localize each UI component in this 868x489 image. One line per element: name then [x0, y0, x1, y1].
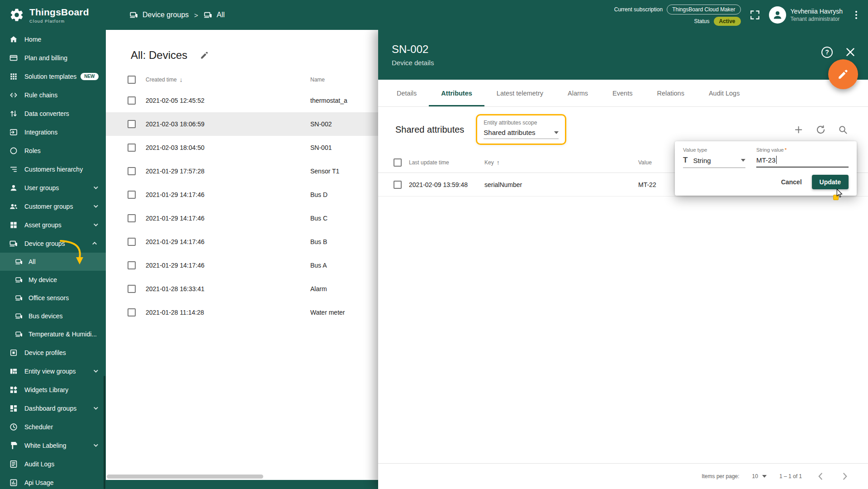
table-row[interactable]: 2021-02-05 12:45:52 thermostat_a — [106, 89, 378, 112]
fullscreen-button[interactable] — [749, 9, 761, 21]
sidebar-scrollbar[interactable] — [104, 376, 105, 489]
table-row[interactable]: 2021-02-03 18:04:50 SN-001 — [106, 136, 378, 159]
row-checkbox[interactable] — [128, 167, 136, 175]
column-created-time[interactable]: Created time — [146, 77, 177, 83]
sidebar-item-user-groups[interactable]: User groups — [0, 178, 106, 197]
previous-page-button[interactable] — [815, 470, 826, 482]
sidebar-item-roles[interactable]: Roles — [0, 141, 106, 160]
subscription-chip[interactable]: ThingsBoard Cloud Maker — [667, 5, 740, 14]
sidebar-item-solution-templates[interactable]: Solution templates NEW — [0, 67, 106, 86]
column-value[interactable]: Value — [638, 159, 652, 166]
sidebar-item-label: Office sensors — [28, 294, 69, 302]
table-row[interactable]: 2021-01-29 14:17:46 Bus A — [106, 254, 378, 277]
breadcrumb-label: Device groups — [142, 11, 189, 19]
table-row[interactable]: 2021-01-29 17:57:28 Sensor T1 — [106, 159, 378, 183]
sort-desc-icon[interactable]: ↓ — [180, 76, 183, 83]
row-checkbox[interactable] — [128, 214, 136, 222]
tab-latest-telemetry[interactable]: Latest telemetry — [484, 80, 555, 106]
sidebar-item-scheduler[interactable]: Scheduler — [0, 417, 106, 436]
sidebar-item-widgets-library[interactable]: Widgets Library — [0, 380, 106, 399]
tab-audit-logs[interactable]: Audit Logs — [697, 80, 752, 106]
sidebar-item-entity-view-groups[interactable]: Entity view groups — [0, 362, 106, 380]
rule-chains-icon — [9, 91, 18, 100]
table-row[interactable]: 2021-01-29 14:17:46 Bus C — [106, 206, 378, 230]
sidebar-item-asset-groups[interactable]: Asset groups — [0, 216, 106, 234]
table-row[interactable]: 2021-01-29 14:17:46 Bus D — [106, 183, 378, 206]
string-value-input[interactable]: MT-23 — [756, 156, 776, 164]
sort-asc-icon[interactable]: ↑ — [497, 159, 500, 166]
sidebar-subitem-office-sensors[interactable]: Office sensors — [0, 289, 106, 307]
sidebar-subitem-bus-devices[interactable]: Bus devices — [0, 307, 106, 325]
sidebar-item-home[interactable]: Home — [0, 30, 106, 48]
row-checkbox[interactable] — [128, 191, 136, 199]
column-name[interactable]: Name — [310, 77, 325, 83]
scrollbar-thumb[interactable] — [107, 475, 263, 479]
tab-relations[interactable]: Relations — [645, 80, 696, 106]
user-menu[interactable]: Yevheniia Havrysh Tenant administrator — [769, 6, 843, 24]
sidebar-subitem-temperature-humidity[interactable]: Temperature & Humidi... — [0, 325, 106, 343]
items-per-page-select[interactable]: 10 — [752, 473, 767, 479]
sidebar-item-rule-chains[interactable]: Rule chains — [0, 86, 106, 104]
sidebar-subitem-my-device[interactable]: My device — [0, 271, 106, 289]
sidebar-item-plan-and-billing[interactable]: Plan and billing — [0, 48, 106, 67]
breadcrumb-all[interactable]: All — [204, 10, 225, 19]
edit-fab-button[interactable] — [828, 59, 858, 89]
sidebar-item-white-labeling[interactable]: White Labeling — [0, 436, 106, 455]
table-row[interactable]: 2021-01-28 16:33:41 Alarm — [106, 277, 378, 301]
sidebar-item-label: Data converters — [24, 110, 69, 117]
row-checkbox[interactable] — [128, 96, 136, 105]
horizontal-scrollbar[interactable] — [107, 475, 376, 479]
row-checkbox[interactable] — [394, 181, 402, 189]
cell-value[interactable]: MT-22 — [638, 181, 656, 188]
transform-icon — [9, 109, 18, 118]
sidebar-item-customer-groups[interactable]: Customer groups — [0, 197, 106, 216]
sidebar-item-device-groups[interactable]: Device groups — [0, 234, 106, 253]
sidebar-item-dashboard-groups[interactable]: Dashboard groups — [0, 399, 106, 417]
row-checkbox[interactable] — [128, 238, 136, 246]
tab-alarms[interactable]: Alarms — [555, 80, 600, 106]
row-checkbox[interactable] — [128, 308, 136, 316]
sidebar-item-customers-hierarchy[interactable]: Customers hierarchy — [0, 160, 106, 178]
chevron-down-icon — [94, 442, 98, 447]
sidebar-item-data-converters[interactable]: Data converters — [0, 104, 106, 123]
update-button[interactable]: Update — [812, 175, 849, 189]
breadcrumb-device-groups[interactable]: Device groups — [129, 10, 189, 19]
more-menu-button[interactable] — [851, 10, 862, 20]
add-attribute-button[interactable] — [793, 125, 804, 135]
value-type-field[interactable]: Value type T String — [683, 147, 745, 168]
column-key[interactable]: Key — [484, 159, 494, 166]
next-page-button[interactable] — [839, 470, 851, 482]
row-checkbox[interactable] — [128, 120, 136, 128]
tab-attributes[interactable]: Attributes — [429, 80, 484, 106]
table-row[interactable]: 2021-01-28 11:14:28 Water meter — [106, 301, 378, 324]
column-last-update-time[interactable]: Last update time — [409, 159, 449, 166]
tab-details[interactable]: Details — [384, 80, 429, 106]
roles-icon — [9, 146, 18, 155]
entity-attributes-scope-select[interactable]: Entity attributes scope Shared attribute… — [476, 114, 566, 145]
app-logo[interactable]: ThingsBoard Cloud Platform — [0, 7, 106, 24]
select-all-checkbox[interactable] — [394, 158, 402, 167]
table-row[interactable]: 2021-01-29 14:17:46 Bus B — [106, 230, 378, 254]
edit-title-button[interactable] — [200, 51, 209, 60]
sidebar-subitem-all[interactable]: All — [0, 253, 106, 271]
select-all-checkbox[interactable] — [128, 76, 136, 84]
sidebar-item-api-usage[interactable]: Api Usage — [0, 473, 106, 489]
help-button[interactable]: ? — [821, 47, 833, 58]
row-checkbox[interactable] — [128, 285, 136, 293]
search-button[interactable] — [838, 125, 848, 135]
row-checkbox[interactable] — [128, 144, 136, 152]
sidebar-item-integrations[interactable]: Integrations — [0, 123, 106, 141]
sidebar-item-label: Device profiles — [24, 349, 66, 356]
string-value-field[interactable]: String value* MT-23 — [756, 147, 849, 168]
cell-created-time: 2021-01-28 16:33:41 — [146, 285, 204, 292]
close-button[interactable] — [844, 46, 856, 58]
sidebar-item-device-profiles[interactable]: Device profiles — [0, 343, 106, 362]
table-row-selected[interactable]: 2021-02-03 18:06:59 SN-002 — [106, 112, 378, 136]
cell-name: Bus A — [310, 262, 327, 269]
tab-events[interactable]: Events — [600, 80, 645, 106]
row-checkbox[interactable] — [128, 261, 136, 269]
help-icon: ? — [821, 47, 833, 58]
refresh-button[interactable] — [816, 125, 826, 135]
sidebar-item-audit-logs[interactable]: Audit Logs — [0, 455, 106, 473]
cancel-button[interactable]: Cancel — [775, 175, 808, 189]
